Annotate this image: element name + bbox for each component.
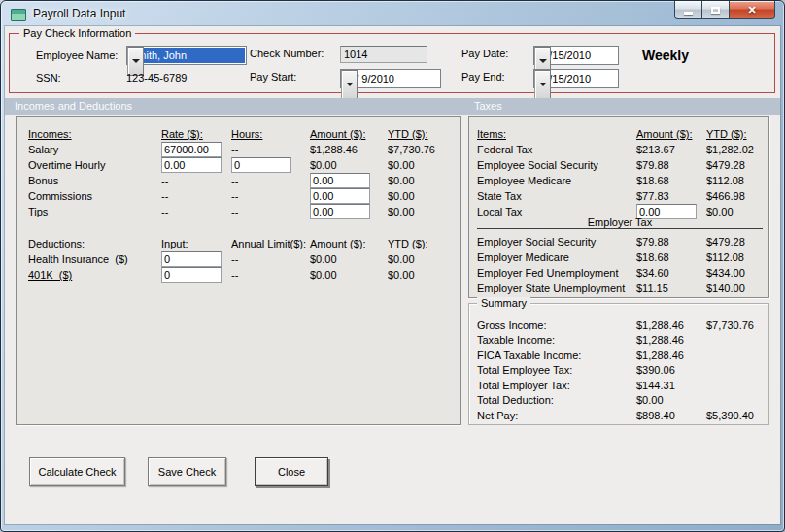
pay-end-dropdown-button[interactable]: [534, 70, 551, 99]
tax-row-label: State Tax: [477, 190, 636, 202]
401k-ytd: $0.00: [388, 269, 456, 281]
employer-state-unemployment-ytd: $140.00: [706, 283, 765, 294]
employee-taxes-table: Items: Amount ($): YTD ($): Federal Tax …: [477, 126, 765, 219]
commissions-amount-input[interactable]: [310, 188, 370, 204]
bonus-rate: --: [161, 175, 231, 186]
employee-name-combobox[interactable]: Smith, John: [126, 46, 247, 65]
check-number-label: Check Number:: [250, 48, 324, 59]
pay-date-picker[interactable]: 12/15/2010: [533, 46, 619, 65]
section-band: Incomes and Deductions Taxes: [5, 98, 780, 115]
employee-name-value: Smith, John: [128, 48, 245, 63]
net-pay-amount: $898.40: [636, 410, 706, 421]
salary-rate-input[interactable]: [161, 142, 222, 157]
amount-header: Amount ($):: [310, 238, 388, 249]
incomes-header: Incomes:: [28, 128, 161, 140]
deductions-header: Deductions:: [28, 238, 161, 249]
state-tax-ytd: $466.98: [706, 190, 765, 202]
hours-header: Hours:: [231, 128, 310, 140]
ssn-value: 123-45-6789: [126, 72, 187, 83]
maximize-button[interactable]: [702, 1, 729, 19]
taxable-income-amount: $1,288.46: [636, 334, 706, 346]
employer-medicare-amount: $18.68: [636, 251, 706, 263]
total-employee-tax-amount: $390.06: [636, 364, 706, 376]
employee-name-label: Employee Name:: [36, 50, 118, 61]
tax-row-label: Employer State Unemployment: [477, 283, 636, 294]
health-insurance-limit: --: [231, 253, 310, 265]
pay-end-label: Pay End:: [461, 71, 505, 83]
total-employer-tax-amount: $144.31: [636, 380, 706, 391]
commissions-rate: --: [161, 190, 231, 202]
overtime-rate-input[interactable]: [161, 157, 222, 173]
close-icon: ✕: [747, 2, 756, 18]
ytd-header: YTD ($):: [388, 128, 456, 140]
health-insurance-input[interactable]: [161, 251, 222, 267]
title-bar[interactable]: Payroll Data Input ✕: [1, 1, 784, 26]
employer-tax-separator: Employer Tax: [477, 216, 763, 229]
401k-amount: $0.00: [310, 269, 388, 281]
summary-table: Gross Income: $1,288.46 $7,730.76 Taxabl…: [477, 317, 765, 423]
summary-row-label: Gross Income:: [477, 319, 636, 331]
client-area: Pay Check Information Employee Name: Smi…: [5, 26, 780, 524]
ytd-header: YTD ($):: [388, 238, 456, 249]
summary-group: Summary Gross Income: $1,288.46 $7,730.7…: [468, 303, 769, 425]
net-pay-ytd: $5,390.40: [706, 410, 765, 421]
tax-row-label: Employee Medicare: [477, 175, 636, 186]
pay-start-picker[interactable]: 12/ 9/2010: [340, 69, 441, 88]
employer-fed-unemployment-ytd: $434.00: [706, 267, 765, 279]
tax-row-label: Employee Social Security: [477, 159, 636, 171]
annual-limit-header: Annual Limit($):: [231, 238, 310, 249]
overtime-ytd: $0.00: [388, 159, 456, 171]
chevron-down-icon: [132, 59, 140, 63]
pay-date-label: Pay Date:: [461, 48, 508, 59]
tips-hours: --: [231, 206, 310, 217]
pay-start-dropdown-button[interactable]: [341, 70, 358, 99]
commissions-ytd: $0.00: [388, 190, 456, 202]
bonus-amount-input[interactable]: [310, 173, 370, 188]
tax-row-label: Federal Tax: [477, 144, 636, 155]
401k-link[interactable]: 401K ($): [28, 269, 161, 281]
income-row-label: Overtime Hourly: [28, 159, 161, 171]
caption-buttons: ✕: [674, 1, 775, 19]
input-header: Input:: [161, 238, 231, 249]
tax-row-label: Employer Social Security: [477, 236, 636, 248]
401k-input[interactable]: [161, 267, 222, 283]
rate-header: Rate ($):: [161, 128, 231, 140]
summary-row-label: Taxable Income:: [477, 334, 636, 346]
close-button[interactable]: Close: [255, 457, 328, 486]
taxes-section-title: Taxes: [474, 100, 502, 112]
minimize-icon: [684, 12, 693, 15]
taxes-panel: Items: Amount ($): YTD ($): Federal Tax …: [468, 116, 769, 298]
pay-start-label: Pay Start:: [250, 71, 296, 83]
employer-taxes-table: Employer Social Security $79.88 $479.28 …: [477, 234, 765, 296]
close-window-button[interactable]: ✕: [729, 1, 775, 19]
health-insurance-ytd: $0.00: [388, 253, 456, 265]
calculate-check-button[interactable]: Calculate Check: [29, 457, 125, 486]
health-insurance-amount: $0.00: [310, 253, 388, 265]
employer-fed-unemployment-amount: $34.60: [636, 267, 706, 279]
deductions-table: Deductions: Input: Annual Limit($): Amou…: [28, 236, 456, 283]
employer-ss-ytd: $479.28: [706, 236, 765, 248]
tips-amount-input[interactable]: [310, 204, 370, 219]
window-title: Payroll Data Input: [33, 7, 125, 20]
salary-ytd: $7,730.76: [388, 144, 456, 155]
bonus-ytd: $0.00: [388, 175, 456, 186]
tips-rate: --: [161, 206, 231, 217]
income-row-label: Bonus: [28, 175, 161, 186]
summary-row-label: Net Pay:: [477, 410, 636, 421]
deduction-row-label: Health Insurance ($): [28, 253, 161, 265]
overtime-hours-input[interactable]: [231, 157, 291, 173]
minimize-button[interactable]: [674, 1, 702, 19]
incomes-deductions-panel: Incomes: Rate ($): Hours: Amount ($): YT…: [16, 116, 461, 425]
summary-row-label: Total Employee Tax:: [477, 364, 636, 376]
pay-end-picker[interactable]: 12/15/2010: [533, 69, 619, 88]
employee-ss-amount: $79.88: [636, 159, 706, 171]
save-check-button[interactable]: Save Check: [148, 457, 226, 486]
ssn-label: SSN:: [36, 72, 61, 83]
payroll-window: Payroll Data Input ✕ Pay Check Informati…: [0, 0, 785, 532]
gross-income-ytd: $7,730.76: [706, 319, 765, 331]
check-number-input[interactable]: [340, 46, 427, 63]
employer-state-unemployment-amount: $11.15: [636, 283, 706, 294]
state-tax-amount: $77.83: [636, 190, 706, 202]
chevron-down-icon: [346, 83, 354, 86]
gross-income-amount: $1,288.46: [636, 319, 706, 331]
